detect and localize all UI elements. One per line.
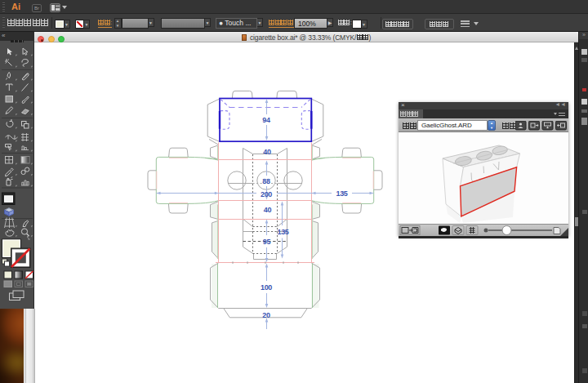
svg-text:40: 40 (264, 206, 272, 214)
svg-text:20: 20 (262, 311, 270, 319)
svg-text:94: 94 (262, 116, 270, 124)
svg-text:88: 88 (262, 177, 270, 185)
svg-text:40: 40 (263, 148, 271, 156)
svg-text:200: 200 (261, 190, 272, 198)
svg-text:135: 135 (277, 228, 288, 236)
svg-text:135: 135 (336, 189, 347, 198)
svg-text:100: 100 (261, 283, 272, 292)
svg-text:95: 95 (263, 238, 271, 246)
